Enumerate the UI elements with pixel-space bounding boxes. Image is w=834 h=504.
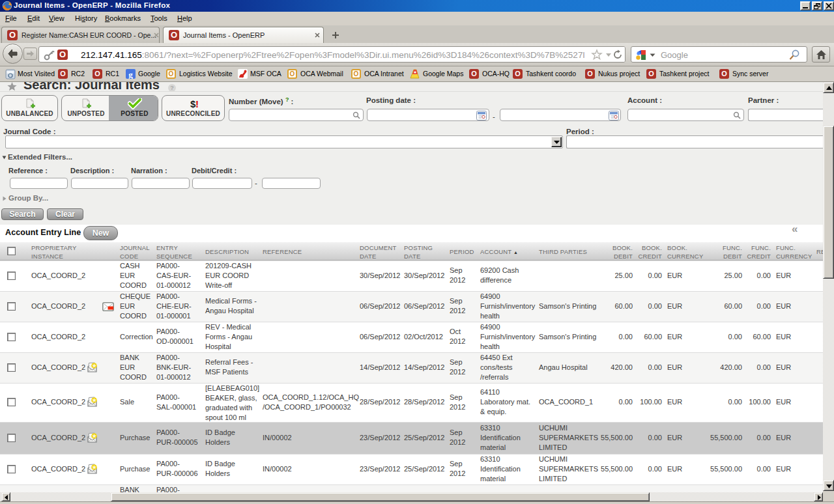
svg-text:g: g [128,70,133,79]
svg-text:!: ! [195,98,199,109]
